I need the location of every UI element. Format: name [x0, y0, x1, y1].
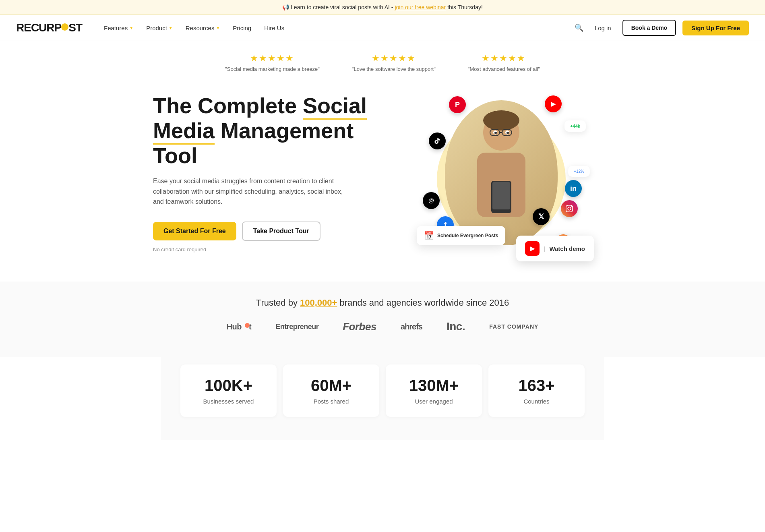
- youtube-bubble: ▶: [545, 95, 562, 112]
- nav-item-product[interactable]: Product ▼: [141, 21, 178, 35]
- trusted-text-after: brands and agencies worldwide since 2016: [337, 298, 509, 308]
- schedule-icon: 📅: [424, 231, 434, 240]
- hero-title: The Complete Social Media Management Too…: [153, 93, 374, 168]
- schedule-card-text: Schedule Evergreen Posts: [437, 233, 498, 238]
- get-started-button[interactable]: Get Started For Free: [153, 222, 236, 240]
- brand-entrepreneur: Entrepreneur: [275, 323, 318, 331]
- youtube-play-icon: ▶: [525, 241, 540, 256]
- chevron-down-icon: ▼: [129, 26, 133, 30]
- logo-text2: ST: [68, 21, 82, 34]
- stars-3: ★★★★★: [468, 53, 540, 64]
- trusted-section: Trusted by 100,000+ brands and agencies …: [0, 282, 765, 357]
- nav-item-resources[interactable]: Resources ▼: [180, 21, 226, 35]
- hero-section: The Complete Social Media Management Too…: [121, 80, 644, 282]
- hero-left: The Complete Social Media Management Too…: [153, 93, 374, 253]
- review-item-2: ★★★★★ "Love the software love the suppor…: [352, 53, 436, 72]
- trusted-count: 100,000+: [300, 298, 337, 308]
- book-demo-button[interactable]: Book a Demo: [622, 20, 676, 36]
- hero-right: P ▶ in f 𝕏 @ ◉ 📅 Schedule Evergreen Post…: [391, 88, 612, 257]
- threads-bubble: @: [423, 192, 440, 209]
- hero-buttons: Get Started For Free Take Product Tour: [153, 221, 374, 241]
- stars-1: ★★★★★: [225, 53, 320, 64]
- svg-rect-4: [492, 182, 510, 209]
- nav-resources-label: Resources: [186, 25, 215, 31]
- stat-number-posts: 60M+: [291, 377, 371, 395]
- chevron-down-icon: ▼: [216, 26, 220, 30]
- logo[interactable]: RECURPST: [16, 21, 82, 34]
- brand-logos: Hubt Entrepreneur Forbes ahrefs Inc. FAS…: [16, 320, 749, 333]
- nav-item-hire-us[interactable]: Hire Us: [258, 21, 290, 35]
- trusted-text-before: Trusted by: [256, 298, 300, 308]
- stat-label-businesses: Businesses served: [188, 398, 269, 405]
- product-tour-button[interactable]: Take Product Tour: [242, 221, 320, 241]
- stat-number-businesses: 100K+: [188, 377, 269, 395]
- review-text-3: "Most advanced features of all": [468, 66, 540, 72]
- nav-links: Features ▼ Product ▼ Resources ▼ Pricing…: [98, 21, 575, 35]
- announcement-icon: 📢: [282, 4, 289, 10]
- person-svg: [461, 108, 542, 237]
- stat-item-posts: 60M+ Posts shared: [283, 364, 379, 417]
- search-icon[interactable]: 🔍: [575, 23, 583, 32]
- hero-description: Ease your social media struggles from co…: [153, 176, 346, 207]
- linkedin-bubble: in: [565, 180, 582, 197]
- nav-hire-us-label: Hire Us: [264, 25, 284, 31]
- logo-text: RECURP: [16, 21, 61, 34]
- stat-label-posts: Posts shared: [291, 398, 371, 405]
- hero-title-part1: The Complete: [153, 93, 303, 118]
- tiktok-bubble: [429, 132, 446, 149]
- nav-features-label: Features: [104, 25, 128, 31]
- stat-item-businesses: 100K+ Businesses served: [180, 364, 277, 417]
- x-twitter-bubble: 𝕏: [533, 208, 550, 225]
- nav-item-features[interactable]: Features ▼: [98, 21, 139, 35]
- review-item-3: ★★★★★ "Most advanced features of all": [468, 53, 540, 72]
- watch-demo-divider: |: [544, 245, 545, 252]
- stat-badge-blue: +12%: [568, 166, 590, 177]
- reviews-bar: ★★★★★ "Social media marketing made a bre…: [0, 41, 765, 80]
- nav-product-label: Product: [146, 25, 167, 31]
- stat-item-users: 130M+ User engaged: [386, 364, 482, 417]
- stat-item-countries: 163+ Countries: [488, 364, 585, 417]
- review-item-1: ★★★★★ "Social media marketing made a bre…: [225, 53, 320, 72]
- watch-demo-text: Watch demo: [549, 245, 585, 252]
- stat-label-users: User engaged: [394, 398, 474, 405]
- hero-illustration: P ▶ in f 𝕏 @ ◉ 📅 Schedule Evergreen Post…: [417, 88, 586, 257]
- nav-item-pricing[interactable]: Pricing: [227, 21, 257, 35]
- stat-number-countries: 163+: [496, 377, 577, 395]
- logo-o: [61, 23, 68, 31]
- brand-fastcompany: FAST COMPANY: [489, 323, 538, 330]
- stars-2: ★★★★★: [352, 53, 436, 64]
- login-button[interactable]: Log in: [590, 21, 616, 35]
- svg-point-8: [507, 132, 509, 134]
- announcement-text-after: this Thursday!: [447, 4, 483, 10]
- navbar: RECURPST Features ▼ Product ▼ Resources …: [0, 15, 765, 41]
- nav-right: 🔍 Log in Book a Demo Sign Up For Free: [575, 20, 749, 36]
- signup-button[interactable]: Sign Up For Free: [682, 21, 749, 35]
- pinterest-bubble: P: [449, 96, 466, 113]
- svg-point-7: [494, 132, 497, 134]
- nav-pricing-label: Pricing: [233, 25, 251, 31]
- chevron-down-icon: ▼: [169, 26, 173, 30]
- svg-point-1: [483, 110, 519, 130]
- stats-grid: 100K+ Businesses served 60M+ Posts share…: [161, 357, 604, 440]
- stat-badge-green: +44k: [564, 120, 586, 132]
- brand-ahrefs: ahrefs: [401, 322, 422, 331]
- instagram-bubble: [561, 200, 578, 217]
- review-text-2: "Love the software love the support": [352, 66, 436, 72]
- announcement-bar: 📢 Learn to create viral social posts wit…: [0, 0, 765, 15]
- trusted-title: Trusted by 100,000+ brands and agencies …: [16, 298, 749, 308]
- brand-hubspot: Hubt: [227, 322, 252, 331]
- no-credit-card-text: No credit card required: [153, 246, 374, 253]
- stat-number-users: 130M+: [394, 377, 474, 395]
- watch-demo-button[interactable]: ▶ | Watch demo: [516, 236, 594, 261]
- announcement-text-before: Learn to create viral social posts with …: [291, 4, 395, 10]
- brand-inc: Inc.: [447, 320, 465, 333]
- schedule-card: 📅 Schedule Evergreen Posts: [417, 226, 505, 245]
- review-text-1: "Social media marketing made a breeze": [225, 66, 320, 72]
- stat-label-countries: Countries: [496, 398, 577, 405]
- brand-forbes: Forbes: [343, 321, 376, 333]
- announcement-link[interactable]: join our free webinar: [395, 4, 446, 10]
